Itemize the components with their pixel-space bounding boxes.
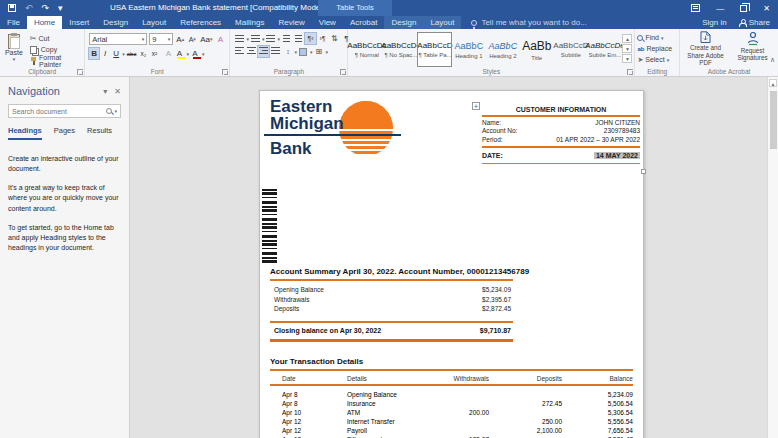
navigation-options-icon[interactable]: ▾ — [103, 87, 107, 96]
clipboard-dialog-launcher-icon[interactable] — [77, 69, 83, 75]
search-box[interactable]: ▾ — [8, 104, 121, 118]
styles-more-icon[interactable]: ▼ — [622, 54, 632, 63]
multilevel-dropdown-icon[interactable]: ▾ — [277, 36, 280, 42]
style-normal[interactable]: AaBbCcDc ¶ Normal — [350, 33, 383, 66]
tab-table-design[interactable]: Design — [384, 16, 423, 29]
undo-icon[interactable]: ↶ — [25, 0, 33, 16]
search-icon[interactable] — [106, 108, 112, 114]
paste-button[interactable]: Paste ▾ — [2, 31, 26, 66]
restore-icon[interactable] — [740, 5, 747, 12]
navigation-close-icon[interactable]: ✕ — [114, 87, 121, 96]
tab-view[interactable]: View — [312, 16, 343, 29]
shading-button[interactable] — [298, 46, 309, 57]
tab-layout[interactable]: Layout — [135, 16, 173, 29]
line-spacing-button[interactable]: ↕ — [282, 46, 293, 57]
style-heading-1[interactable]: AaBbC Heading 1 — [452, 33, 485, 66]
minimize-icon[interactable]: — — [716, 4, 724, 13]
change-case-button[interactable]: Aa▾ — [199, 34, 213, 45]
increase-indent-button[interactable] — [293, 33, 304, 44]
multilevel-list-button[interactable] — [265, 33, 276, 44]
strikethrough-button[interactable]: abc — [126, 48, 138, 59]
rtl-text-direction-button[interactable]: ›¶ — [317, 33, 328, 44]
borders-dropdown-icon[interactable]: ▾ — [325, 49, 328, 55]
style-subtle-emphasis[interactable]: AaBbCcDe Subtle Em... — [588, 33, 621, 66]
find-button[interactable]: Find▾ — [637, 32, 677, 43]
sort-button[interactable]: ⇅ — [329, 33, 340, 44]
tab-review[interactable]: Review — [271, 16, 311, 29]
search-input[interactable] — [12, 108, 106, 115]
font-size-combo[interactable]: 9▾ — [149, 33, 173, 45]
tab-mailings[interactable]: Mailings — [228, 16, 271, 29]
tab-file[interactable]: File — [0, 16, 27, 29]
font-name-combo[interactable]: Arial▾ — [89, 33, 147, 45]
collapse-ribbon-icon[interactable]: ∧ — [770, 56, 775, 64]
superscript-button[interactable]: x² — [149, 48, 159, 59]
tab-insert[interactable]: Insert — [62, 16, 96, 29]
highlight-dropdown-icon[interactable]: ▾ — [186, 51, 189, 57]
tab-references[interactable]: References — [173, 16, 228, 29]
underline-dropdown-icon[interactable]: ▾ — [122, 51, 125, 57]
sign-in-button[interactable]: Sign in — [702, 18, 726, 27]
customer-information-table[interactable]: + CUSTOMER INFORMATION Name: JOHN CITIZE… — [482, 106, 640, 166]
table-move-handle[interactable]: + — [472, 102, 480, 110]
font-color-dropdown-icon[interactable]: ▾ — [202, 51, 205, 57]
tab-home[interactable]: Home — [27, 16, 62, 29]
cut-button[interactable]: ✂ Cut — [29, 33, 82, 44]
styles-dialog-launcher-icon[interactable] — [627, 69, 633, 75]
numbering-dropdown-icon[interactable]: ▾ — [262, 36, 265, 42]
justify-button[interactable] — [270, 46, 281, 57]
save-icon[interactable] — [8, 4, 16, 12]
style-subtitle[interactable]: AaBbCcD Subtitle — [554, 33, 587, 66]
nav-tab-results[interactable]: Results — [87, 126, 112, 140]
customize-qat-icon[interactable]: ▾ — [58, 0, 63, 16]
nav-tab-pages[interactable]: Pages — [54, 126, 75, 140]
style-no-spacing[interactable]: AaBbCcDc ¶ No Spac... — [384, 33, 417, 66]
replace-button[interactable]: ab Replace — [637, 43, 677, 54]
italic-button[interactable]: I — [100, 48, 110, 59]
ltr-text-direction-button[interactable]: ¶‹ — [305, 33, 316, 44]
subscript-button[interactable]: x₂ — [138, 48, 148, 59]
line-spacing-dropdown-icon[interactable]: ▾ — [294, 49, 297, 55]
search-dropdown-icon[interactable]: ▾ — [114, 108, 117, 114]
bullets-button[interactable] — [234, 33, 245, 44]
tell-me-box[interactable]: Tell me what you want to do... — [471, 16, 586, 29]
underline-button[interactable]: U — [111, 48, 121, 59]
redo-icon[interactable]: ↷ — [42, 0, 50, 16]
shrink-font-button[interactable]: A▾ — [187, 34, 197, 45]
borders-button[interactable]: ⊞ — [313, 46, 324, 57]
document-page[interactable]: Eastern Michigan Bank + CUSTOMER INFORMA… — [259, 90, 644, 438]
paragraph-dialog-launcher-icon[interactable] — [340, 69, 346, 75]
close-icon[interactable]: ✕ — [763, 4, 770, 13]
grow-font-button[interactable]: A▴ — [175, 34, 185, 45]
scroll-up-icon[interactable]: ▲ — [769, 79, 777, 87]
nav-tab-headings[interactable]: Headings — [8, 126, 42, 140]
share-button[interactable]: Share — [739, 18, 770, 27]
bold-button[interactable]: B — [89, 48, 99, 59]
paste-dropdown-icon[interactable]: ▾ — [13, 56, 16, 62]
text-effects-button[interactable]: A — [163, 48, 173, 59]
table-resize-handle[interactable] — [641, 169, 646, 174]
ribbon-display-options-icon[interactable] — [691, 4, 700, 12]
bullets-dropdown-icon[interactable]: ▾ — [246, 36, 249, 42]
align-right-button[interactable] — [258, 46, 269, 57]
align-center-button[interactable] — [246, 46, 257, 57]
clear-formatting-button[interactable]: A — [216, 34, 226, 45]
style-table-paragraph[interactable]: AaBbCcD ¶ Table Pa... — [418, 33, 451, 66]
styles-scroll-up-icon[interactable]: ▲ — [622, 34, 632, 43]
tab-table-layout[interactable]: Layout — [423, 16, 461, 29]
format-painter-button[interactable]: Format Painter — [29, 55, 82, 66]
shading-dropdown-icon[interactable]: ▾ — [310, 49, 313, 55]
vertical-scrollbar[interactable]: ▲ — [767, 77, 778, 438]
scrollbar-thumb[interactable] — [770, 91, 777, 149]
select-button[interactable]: ➤ Select▾ — [637, 54, 677, 65]
style-title[interactable]: AaBb Title — [520, 33, 553, 66]
tab-design[interactable]: Design — [96, 16, 135, 29]
style-heading-2[interactable]: AaBbC Heading 2 — [486, 33, 519, 66]
font-dialog-launcher-icon[interactable] — [222, 69, 228, 75]
tab-acrobat[interactable]: Acrobat — [343, 16, 385, 29]
align-left-button[interactable] — [234, 46, 245, 57]
create-share-pdf-button[interactable]: Create and Share Adobe PDF — [682, 31, 729, 66]
decrease-indent-button[interactable] — [281, 33, 292, 44]
numbering-button[interactable] — [250, 33, 261, 44]
styles-scroll-down-icon[interactable]: ▼ — [622, 44, 632, 53]
